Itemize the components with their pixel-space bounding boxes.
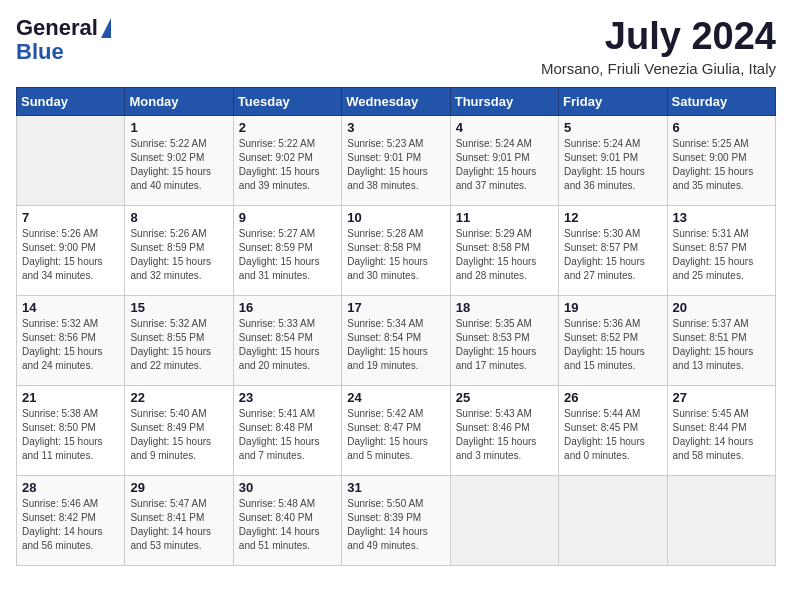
calendar-cell: 24 Sunrise: 5:42 AMSunset: 8:47 PMDaylig… — [342, 385, 450, 475]
day-number: 28 — [22, 480, 119, 495]
calendar-week-5: 28 Sunrise: 5:46 AMSunset: 8:42 PMDaylig… — [17, 475, 776, 565]
day-detail: Sunrise: 5:50 AMSunset: 8:39 PMDaylight:… — [347, 497, 444, 553]
day-number: 13 — [673, 210, 770, 225]
header: General Blue July 2024 Morsano, Friuli V… — [16, 16, 776, 77]
day-detail: Sunrise: 5:37 AMSunset: 8:51 PMDaylight:… — [673, 317, 770, 373]
day-detail: Sunrise: 5:26 AMSunset: 9:00 PMDaylight:… — [22, 227, 119, 283]
header-saturday: Saturday — [667, 87, 775, 115]
calendar-week-2: 7 Sunrise: 5:26 AMSunset: 9:00 PMDayligh… — [17, 205, 776, 295]
title-area: July 2024 Morsano, Friuli Venezia Giulia… — [541, 16, 776, 77]
day-detail: Sunrise: 5:28 AMSunset: 8:58 PMDaylight:… — [347, 227, 444, 283]
day-detail: Sunrise: 5:43 AMSunset: 8:46 PMDaylight:… — [456, 407, 553, 463]
calendar-cell: 12 Sunrise: 5:30 AMSunset: 8:57 PMDaylig… — [559, 205, 667, 295]
calendar-cell: 7 Sunrise: 5:26 AMSunset: 9:00 PMDayligh… — [17, 205, 125, 295]
day-detail: Sunrise: 5:32 AMSunset: 8:55 PMDaylight:… — [130, 317, 227, 373]
day-detail: Sunrise: 5:24 AMSunset: 9:01 PMDaylight:… — [456, 137, 553, 193]
day-detail: Sunrise: 5:47 AMSunset: 8:41 PMDaylight:… — [130, 497, 227, 553]
day-number: 26 — [564, 390, 661, 405]
day-detail: Sunrise: 5:34 AMSunset: 8:54 PMDaylight:… — [347, 317, 444, 373]
calendar-cell: 10 Sunrise: 5:28 AMSunset: 8:58 PMDaylig… — [342, 205, 450, 295]
day-detail: Sunrise: 5:42 AMSunset: 8:47 PMDaylight:… — [347, 407, 444, 463]
calendar-cell: 20 Sunrise: 5:37 AMSunset: 8:51 PMDaylig… — [667, 295, 775, 385]
day-number: 20 — [673, 300, 770, 315]
day-detail: Sunrise: 5:41 AMSunset: 8:48 PMDaylight:… — [239, 407, 336, 463]
day-detail: Sunrise: 5:22 AMSunset: 9:02 PMDaylight:… — [239, 137, 336, 193]
calendar-cell: 21 Sunrise: 5:38 AMSunset: 8:50 PMDaylig… — [17, 385, 125, 475]
day-number: 10 — [347, 210, 444, 225]
day-detail: Sunrise: 5:30 AMSunset: 8:57 PMDaylight:… — [564, 227, 661, 283]
calendar-cell: 13 Sunrise: 5:31 AMSunset: 8:57 PMDaylig… — [667, 205, 775, 295]
calendar-header-row: SundayMondayTuesdayWednesdayThursdayFrid… — [17, 87, 776, 115]
header-thursday: Thursday — [450, 87, 558, 115]
calendar-cell — [17, 115, 125, 205]
day-number: 17 — [347, 300, 444, 315]
calendar-cell: 15 Sunrise: 5:32 AMSunset: 8:55 PMDaylig… — [125, 295, 233, 385]
calendar-cell: 14 Sunrise: 5:32 AMSunset: 8:56 PMDaylig… — [17, 295, 125, 385]
calendar-cell: 11 Sunrise: 5:29 AMSunset: 8:58 PMDaylig… — [450, 205, 558, 295]
calendar-cell: 31 Sunrise: 5:50 AMSunset: 8:39 PMDaylig… — [342, 475, 450, 565]
day-detail: Sunrise: 5:44 AMSunset: 8:45 PMDaylight:… — [564, 407, 661, 463]
day-number: 30 — [239, 480, 336, 495]
calendar-cell: 17 Sunrise: 5:34 AMSunset: 8:54 PMDaylig… — [342, 295, 450, 385]
day-number: 19 — [564, 300, 661, 315]
calendar-table: SundayMondayTuesdayWednesdayThursdayFrid… — [16, 87, 776, 566]
calendar-cell: 6 Sunrise: 5:25 AMSunset: 9:00 PMDayligh… — [667, 115, 775, 205]
day-detail: Sunrise: 5:25 AMSunset: 9:00 PMDaylight:… — [673, 137, 770, 193]
day-number: 29 — [130, 480, 227, 495]
day-number: 3 — [347, 120, 444, 135]
calendar-cell: 8 Sunrise: 5:26 AMSunset: 8:59 PMDayligh… — [125, 205, 233, 295]
calendar-week-4: 21 Sunrise: 5:38 AMSunset: 8:50 PMDaylig… — [17, 385, 776, 475]
day-detail: Sunrise: 5:35 AMSunset: 8:53 PMDaylight:… — [456, 317, 553, 373]
calendar-cell: 4 Sunrise: 5:24 AMSunset: 9:01 PMDayligh… — [450, 115, 558, 205]
calendar-cell: 2 Sunrise: 5:22 AMSunset: 9:02 PMDayligh… — [233, 115, 341, 205]
header-tuesday: Tuesday — [233, 87, 341, 115]
calendar-cell: 27 Sunrise: 5:45 AMSunset: 8:44 PMDaylig… — [667, 385, 775, 475]
day-number: 7 — [22, 210, 119, 225]
day-number: 18 — [456, 300, 553, 315]
day-number: 9 — [239, 210, 336, 225]
day-number: 14 — [22, 300, 119, 315]
month-title: July 2024 — [541, 16, 776, 58]
day-number: 2 — [239, 120, 336, 135]
logo-blue-text: Blue — [16, 40, 64, 64]
day-number: 21 — [22, 390, 119, 405]
calendar-cell: 22 Sunrise: 5:40 AMSunset: 8:49 PMDaylig… — [125, 385, 233, 475]
calendar-cell: 19 Sunrise: 5:36 AMSunset: 8:52 PMDaylig… — [559, 295, 667, 385]
calendar-cell: 1 Sunrise: 5:22 AMSunset: 9:02 PMDayligh… — [125, 115, 233, 205]
header-sunday: Sunday — [17, 87, 125, 115]
day-number: 23 — [239, 390, 336, 405]
day-number: 22 — [130, 390, 227, 405]
calendar-cell: 18 Sunrise: 5:35 AMSunset: 8:53 PMDaylig… — [450, 295, 558, 385]
day-detail: Sunrise: 5:24 AMSunset: 9:01 PMDaylight:… — [564, 137, 661, 193]
calendar-cell — [667, 475, 775, 565]
day-number: 25 — [456, 390, 553, 405]
header-monday: Monday — [125, 87, 233, 115]
calendar-week-1: 1 Sunrise: 5:22 AMSunset: 9:02 PMDayligh… — [17, 115, 776, 205]
calendar-cell: 5 Sunrise: 5:24 AMSunset: 9:01 PMDayligh… — [559, 115, 667, 205]
calendar-cell: 9 Sunrise: 5:27 AMSunset: 8:59 PMDayligh… — [233, 205, 341, 295]
logo-general-text: General — [16, 16, 98, 40]
day-detail: Sunrise: 5:22 AMSunset: 9:02 PMDaylight:… — [130, 137, 227, 193]
day-detail: Sunrise: 5:38 AMSunset: 8:50 PMDaylight:… — [22, 407, 119, 463]
calendar-cell — [450, 475, 558, 565]
logo: General Blue — [16, 16, 111, 64]
calendar-week-3: 14 Sunrise: 5:32 AMSunset: 8:56 PMDaylig… — [17, 295, 776, 385]
day-number: 24 — [347, 390, 444, 405]
calendar-cell: 30 Sunrise: 5:48 AMSunset: 8:40 PMDaylig… — [233, 475, 341, 565]
location-title: Morsano, Friuli Venezia Giulia, Italy — [541, 60, 776, 77]
day-detail: Sunrise: 5:27 AMSunset: 8:59 PMDaylight:… — [239, 227, 336, 283]
calendar-cell: 3 Sunrise: 5:23 AMSunset: 9:01 PMDayligh… — [342, 115, 450, 205]
calendar-cell: 28 Sunrise: 5:46 AMSunset: 8:42 PMDaylig… — [17, 475, 125, 565]
calendar-cell — [559, 475, 667, 565]
day-detail: Sunrise: 5:45 AMSunset: 8:44 PMDaylight:… — [673, 407, 770, 463]
day-detail: Sunrise: 5:29 AMSunset: 8:58 PMDaylight:… — [456, 227, 553, 283]
day-number: 5 — [564, 120, 661, 135]
day-number: 4 — [456, 120, 553, 135]
day-number: 27 — [673, 390, 770, 405]
day-number: 16 — [239, 300, 336, 315]
header-wednesday: Wednesday — [342, 87, 450, 115]
day-number: 6 — [673, 120, 770, 135]
day-detail: Sunrise: 5:33 AMSunset: 8:54 PMDaylight:… — [239, 317, 336, 373]
calendar-cell: 25 Sunrise: 5:43 AMSunset: 8:46 PMDaylig… — [450, 385, 558, 475]
calendar-cell: 23 Sunrise: 5:41 AMSunset: 8:48 PMDaylig… — [233, 385, 341, 475]
